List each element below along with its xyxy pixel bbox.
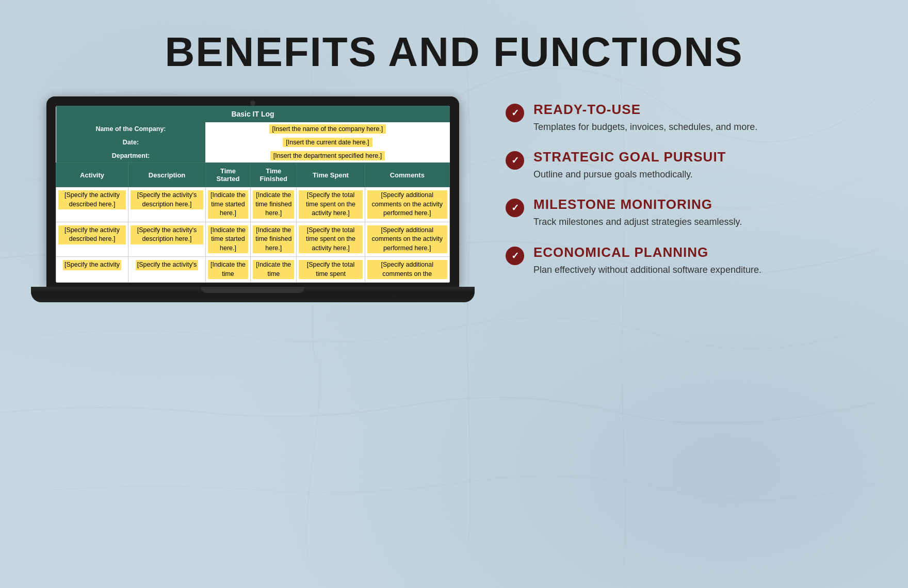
cell-comments-3: [Specify additional comments on the (365, 257, 449, 283)
feature-text-4: ECONOMICAL PLANNING Plan effectively wit… (533, 244, 877, 276)
cell-finished-1: [Indicate the time finished here.] (251, 187, 297, 222)
checkmark-icon-2 (506, 151, 524, 170)
feature-desc-4: Plan effectively without additional soft… (533, 264, 877, 276)
page-title: BENEFITS AND FUNCTIONS (165, 28, 743, 76)
col-description: Description (128, 163, 206, 187)
col-time-started: Time Started (205, 163, 250, 187)
cell-desc-3: [Specify the activity's (128, 257, 206, 283)
cell-comments-1: [Specify additional comments on the acti… (365, 187, 449, 222)
company-label: Name of the Company: (56, 122, 206, 136)
cell-started-2: [Indicate the time started here.] (205, 222, 250, 257)
features-list: READY-TO-USE Templates for budgets, invo… (506, 96, 877, 276)
feature-desc-1: Templates for budgets, invoices, schedul… (533, 121, 877, 134)
cell-spent-3: [Specify the total time spent (297, 257, 365, 283)
laptop-screen: Basic IT Log Name of the Company: [Inser… (46, 96, 459, 287)
feature-item-milestone: MILESTONE MONITORING Track milestones an… (506, 197, 877, 228)
feature-text-3: MILESTONE MONITORING Track milestones an… (533, 197, 877, 228)
department-label: Department: (56, 149, 206, 163)
cell-spent-1: [Specify the total time spent on the act… (297, 187, 365, 222)
feature-text-1: READY-TO-USE Templates for budgets, invo… (533, 102, 877, 134)
cell-desc-2: [Specify the activity's description here… (128, 222, 206, 257)
feature-desc-3: Track milestones and adjust strategies s… (533, 216, 877, 228)
table-row: [Specify the activity described here.] [… (56, 222, 450, 257)
cell-finished-2: [Indicate the time finished here.] (251, 222, 297, 257)
date-label: Date: (56, 136, 206, 149)
spreadsheet-header-row: Activity Description Time Started Time F… (56, 163, 450, 187)
feature-item-strategic: STRATEGIC GOAL PURSUIT Outline and pursu… (506, 149, 877, 181)
company-row: Name of the Company: [Insert the name of… (56, 122, 450, 136)
cell-started-1: [Indicate the time started here.] (205, 187, 250, 222)
feature-item-economical: ECONOMICAL PLANNING Plan effectively wit… (506, 244, 877, 276)
spreadsheet-title: Basic IT Log (56, 106, 450, 122)
main-content: Basic IT Log Name of the Company: [Inser… (0, 96, 908, 302)
spreadsheet-title-row: Basic IT Log (56, 106, 450, 122)
feature-title-2: STRATEGIC GOAL PURSUIT (533, 149, 877, 165)
checkmark-icon-4 (506, 247, 524, 265)
cell-activity-2: [Specify the activity described here.] (56, 222, 128, 257)
checkmark-icon-1 (506, 104, 524, 122)
table-row: [Specify the activity described here.] [… (56, 187, 450, 222)
cell-started-3: [Indicate the time (205, 257, 250, 283)
cell-spent-2: [Specify the total time spent on the act… (297, 222, 365, 257)
date-row: Date: [Insert the current date here.] (56, 136, 450, 149)
table-row: [Specify the activity [Specify the activ… (56, 257, 450, 283)
checkmark-icon-3 (506, 199, 524, 217)
cell-finished-3: [Indicate the time (251, 257, 297, 283)
laptop-screen-inner: Basic IT Log Name of the Company: [Inser… (56, 106, 450, 283)
col-time-finished: Time Finished (251, 163, 297, 187)
feature-title-3: MILESTONE MONITORING (533, 197, 877, 213)
feature-desc-2: Outline and pursue goals methodically. (533, 168, 877, 181)
department-row: Department: [Insert the department speci… (56, 149, 450, 163)
page-container: BENEFITS AND FUNCTIONS Basic IT Log Name… (0, 0, 908, 588)
cell-activity-1: [Specify the activity described here.] (56, 187, 128, 222)
laptop-base (31, 287, 475, 302)
laptop-container: Basic IT Log Name of the Company: [Inser… (31, 96, 475, 302)
feature-text-2: STRATEGIC GOAL PURSUIT Outline and pursu… (533, 149, 877, 181)
company-value: [Insert the name of the company here.] (205, 122, 449, 136)
col-activity: Activity (56, 163, 128, 187)
cell-activity-3: [Specify the activity (56, 257, 128, 283)
col-time-spent: Time Spent (297, 163, 365, 187)
department-value: [Insert the department specified here.] (205, 149, 449, 163)
feature-item-ready-to-use: READY-TO-USE Templates for budgets, invo… (506, 102, 877, 134)
date-value: [Insert the current date here.] (205, 136, 449, 149)
col-comments: Comments (365, 163, 449, 187)
feature-title-1: READY-TO-USE (533, 102, 877, 118)
cell-comments-2: [Specify additional comments on the acti… (365, 222, 449, 257)
spreadsheet-table: Basic IT Log Name of the Company: [Inser… (56, 106, 450, 283)
cell-desc-1: [Specify the activity's description here… (128, 187, 206, 222)
feature-title-4: ECONOMICAL PLANNING (533, 244, 877, 260)
